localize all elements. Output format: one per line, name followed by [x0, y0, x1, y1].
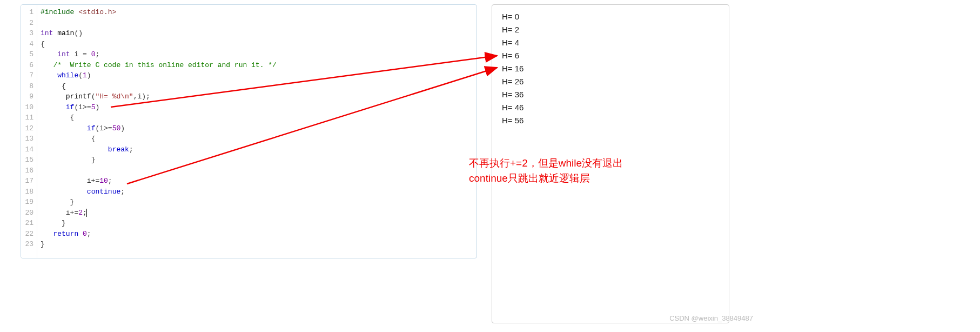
- code-line[interactable]: [41, 165, 473, 176]
- output-line: H= 16: [502, 62, 719, 75]
- line-number: 15: [21, 155, 33, 165]
- line-number: 16: [21, 165, 33, 176]
- code-area[interactable]: #include <stdio.h>int main(){ int i = 0;…: [37, 5, 476, 258]
- code-line[interactable]: /* Write C code in this online editor an…: [41, 60, 473, 71]
- code-line[interactable]: [41, 18, 473, 29]
- line-number: 18: [21, 187, 33, 197]
- code-line[interactable]: continue;: [41, 187, 473, 197]
- line-number: 3: [21, 28, 33, 39]
- output-line: H= 46: [502, 101, 719, 114]
- code-line[interactable]: {: [41, 134, 473, 144]
- line-number: 7: [21, 70, 33, 81]
- code-line[interactable]: int main(): [41, 28, 473, 39]
- code-line[interactable]: #include <stdio.h>: [41, 7, 473, 18]
- line-number: 11: [21, 112, 33, 123]
- line-number: 13: [21, 134, 33, 144]
- text-cursor: [86, 209, 87, 217]
- output-line: H= 56: [502, 114, 719, 127]
- line-number: 1: [21, 7, 33, 18]
- line-number-gutter: 1234567891011121314151617181920212223: [21, 5, 37, 258]
- code-line[interactable]: int i = 0;: [41, 49, 473, 60]
- output-line: H= 26: [502, 75, 719, 88]
- code-line[interactable]: return 0;: [41, 229, 473, 240]
- line-number: 19: [21, 197, 33, 208]
- code-line[interactable]: break;: [41, 144, 473, 155]
- code-line[interactable]: printf("H= %d\n",i);: [41, 91, 473, 102]
- line-number: 8: [21, 81, 33, 92]
- line-number: 22: [21, 229, 33, 240]
- line-number: 21: [21, 218, 33, 229]
- output-line: H= 0: [502, 10, 719, 23]
- output-line: H= 2: [502, 23, 719, 36]
- code-line[interactable]: }: [41, 239, 473, 250]
- code-line[interactable]: }: [41, 155, 473, 165]
- code-line[interactable]: }: [41, 197, 473, 208]
- line-number: 9: [21, 91, 33, 102]
- code-line[interactable]: if(i>=5): [41, 102, 473, 113]
- line-number: 23: [21, 239, 33, 250]
- code-line[interactable]: {: [41, 112, 473, 123]
- watermark: CSDN @weixin_38849487: [669, 314, 753, 322]
- code-line[interactable]: }: [41, 218, 473, 229]
- code-line[interactable]: {: [41, 81, 473, 92]
- line-number: 14: [21, 144, 33, 155]
- line-number: 12: [21, 123, 33, 134]
- code-container: 1234567891011121314151617181920212223 #i…: [21, 5, 476, 258]
- output-line: H= 4: [502, 36, 719, 49]
- code-line[interactable]: while(1): [41, 70, 473, 81]
- line-number: 10: [21, 102, 33, 113]
- code-line[interactable]: {: [41, 39, 473, 50]
- code-line[interactable]: if(i>=50): [41, 123, 473, 134]
- annotation-line-1: 不再执行+=2，但是while没有退出: [469, 156, 623, 171]
- annotation-line-2: continue只跳出就近逻辑层: [469, 171, 623, 186]
- line-number: 4: [21, 39, 33, 50]
- output-line: H= 36: [502, 88, 719, 101]
- code-line[interactable]: i+=10;: [41, 176, 473, 187]
- line-number: 20: [21, 208, 33, 218]
- code-editor-pane[interactable]: 1234567891011121314151617181920212223 #i…: [21, 4, 477, 258]
- line-number: 5: [21, 49, 33, 60]
- line-number: 6: [21, 60, 33, 71]
- code-line[interactable]: i+=2;: [41, 208, 473, 218]
- output-line: H= 6: [502, 49, 719, 62]
- line-number: 17: [21, 176, 33, 187]
- line-number: 2: [21, 18, 33, 29]
- annotation-text: 不再执行+=2，但是while没有退出 continue只跳出就近逻辑层: [469, 156, 623, 186]
- output-content: H= 0H= 2H= 4H= 6H= 16H= 26H= 36H= 46H= 5…: [502, 10, 719, 127]
